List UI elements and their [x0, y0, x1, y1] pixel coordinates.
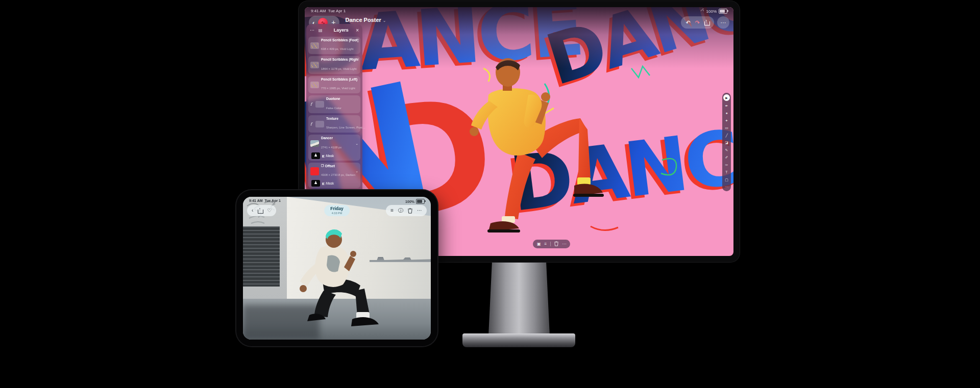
layer-card[interactable]: f Texture Sharpen, Line Screen, Post… ♟: [308, 115, 360, 133]
more-icon[interactable]: ⋯: [724, 184, 729, 190]
ipad-actions-pill: ≡ ⓘ ⋯: [386, 205, 427, 216]
photo-dancer: [274, 214, 401, 337]
panel-more-button[interactable]: ⋯: [310, 28, 314, 33]
ipad-toolbar: ‹ ♡ Friday 4:33 PM ≡ ⓘ ⋯: [247, 205, 427, 216]
undo-button[interactable]: ↶: [686, 20, 691, 25]
tool-rail: ▶✒●✦▭╱◪✎✐✑T▢⋯: [722, 93, 731, 191]
eyedropper-icon[interactable]: ✒: [724, 103, 729, 109]
layer-detail: Sharpen, Line Screen, Post…: [326, 126, 365, 129]
layer-card[interactable]: f Pencil Scribbles (Left) 770 × 1995 px,…: [308, 76, 360, 93]
layer-name: Duotone: [326, 97, 358, 101]
ipad-screen: 9:41 AM Tue Apr 1 100% ‹ ♡ Friday 4:33 P…: [243, 197, 431, 340]
layers-icon: ▤: [318, 28, 323, 33]
info-button[interactable]: ⓘ: [398, 208, 403, 213]
ipad: 9:41 AM Tue Apr 1 100% ‹ ♡ Friday 4:33 P…: [236, 190, 437, 346]
display-toolbar: ‹ ∿ + Dance Poster⌄ Edited ↶ ↷ ⋯: [309, 15, 729, 30]
ipad-share-button[interactable]: [258, 208, 262, 214]
ipad-more-button[interactable]: ⋯: [417, 208, 422, 213]
layer-detail: 638 × 409 px, Vivid Light: [321, 47, 354, 50]
toolbar-actions: ↶ ↷ ⋯: [681, 16, 729, 29]
mask-label: Mask: [326, 182, 334, 185]
layer-card[interactable]: f Pencil Scribbles (Right) 1864 × 1178 p…: [308, 56, 360, 73]
layer-thumbnail: [310, 62, 319, 68]
ipad-battery-percent: 100%: [405, 200, 414, 203]
smudge-icon[interactable]: ●: [724, 110, 729, 116]
layer-name: Texture: [326, 117, 358, 121]
play-tool-icon[interactable]: ▶: [723, 94, 730, 101]
layer-card[interactable]: f Dancer 2741 × 4108 px ⌄ ♟ ◧ Mask: [308, 135, 360, 160]
layer-card[interactable]: f Pencil Scribbles (Foot) 638 × 409 px, …: [308, 37, 360, 54]
divider: [550, 242, 551, 246]
canvas-bottom-toolbar: ▣≡⋯: [533, 240, 570, 248]
eraser-icon[interactable]: ◪: [724, 140, 729, 145]
layers-panel-title: Layers: [327, 28, 356, 33]
ipad-status-date: Tue Apr 1: [264, 199, 281, 202]
layer-detail: 4308 × 2730.8 px, Darken: [321, 173, 355, 176]
layer-detail: 2741 × 4108 px: [321, 146, 341, 149]
ipad-back-button[interactable]: ‹: [252, 208, 253, 213]
history-pill: ↶ ↷: [681, 16, 714, 29]
wifi-icon: ◠̈: [701, 9, 704, 13]
layer-card[interactable]: f Duotone False Color ♟: [308, 95, 360, 113]
adjust-button[interactable]: ≡: [390, 208, 394, 213]
ipad-status-bar: 9:41 AM Tue Apr 1 100%: [249, 199, 425, 204]
text-tool-icon[interactable]: T: [724, 169, 729, 175]
ipad-battery-icon: [416, 199, 425, 204]
document-title[interactable]: Dance Poster: [346, 17, 381, 23]
layer-chevron-icon[interactable]: ⌄: [355, 169, 358, 173]
layer-name: Pencil Scribbles (Left): [321, 77, 358, 82]
layer-thumbnail: [310, 82, 319, 88]
layer-thumbnail: [315, 121, 324, 127]
favorite-button[interactable]: ♡: [267, 208, 272, 213]
display-stand-base: [462, 333, 575, 347]
pencil-icon[interactable]: ✎: [724, 147, 729, 153]
layer-detail: False Color: [326, 107, 341, 110]
layer-thumbnail: [310, 167, 319, 175]
mask-icon: ◧: [322, 182, 325, 185]
crop-icon[interactable]: ▢: [724, 177, 729, 183]
brush-icon[interactable]: ✐: [724, 154, 729, 160]
layer-name: Pencil Scribbles (Foot): [321, 38, 358, 42]
more-button[interactable]: ⋯: [717, 16, 729, 29]
layer-name: Pencil Scribbles (Right): [321, 58, 358, 62]
title-chevron-icon[interactable]: ⌄: [383, 18, 386, 23]
status-date: Tue Apr 1: [328, 9, 346, 13]
layer-chevron-icon[interactable]: ⌄: [355, 142, 358, 146]
redo-button[interactable]: ↷: [695, 20, 700, 25]
share-button[interactable]: [704, 20, 709, 25]
battery-percent: 100%: [706, 9, 717, 14]
poster-word-dance-3: DANCEDANCE: [506, 114, 733, 223]
ipad-status-time: 9:41 AM: [249, 199, 263, 202]
more-icon[interactable]: ⋯: [562, 242, 566, 246]
mask-label: Mask: [326, 154, 334, 158]
close-icon[interactable]: ×: [356, 28, 359, 33]
layer-name: Dancer: [321, 136, 353, 140]
layer-detail: 1864 × 1178 px, Vivid Light: [321, 67, 357, 70]
photo-day-label: Friday: [330, 206, 344, 211]
layer-mask-row[interactable]: ♟ ◧ Mask: [310, 180, 358, 187]
photo-time-label: 4:33 PM: [332, 212, 342, 215]
more-icon: ⋯: [721, 20, 726, 25]
display-status-bar: 9:41 AM Tue Apr 1 ◠̈ 100%: [311, 9, 727, 14]
layer-thumbnail: [310, 140, 319, 147]
marquee-icon[interactable]: ▭: [724, 125, 729, 131]
photo-date-pill[interactable]: Friday 4:33 PM: [324, 205, 350, 216]
wand-icon[interactable]: ✦: [724, 118, 729, 123]
line-icon[interactable]: ╱: [724, 133, 729, 138]
mask-icon: ◧: [322, 154, 325, 158]
stage: DD NN DANCEDANCE DANCEDANCE DANCEDANCE: [0, 0, 980, 388]
layers-panel-header: ⋯ ▤ Layers ×: [306, 24, 362, 35]
grid-icon[interactable]: ▣: [537, 242, 541, 246]
layer-mask-row[interactable]: ♟ ◧ Mask: [310, 152, 358, 159]
ipad-trash-button[interactable]: [408, 208, 412, 214]
display-stand-neck: [488, 259, 550, 335]
layer-name: ❒Offset: [321, 164, 353, 168]
mask-thumbnail: ♟: [311, 180, 320, 187]
status-time-date: 9:41 AM Tue Apr 1: [311, 9, 346, 14]
pen-icon[interactable]: ✑: [724, 162, 729, 168]
layer-card[interactable]: f ❒Offset 4308 × 2730.8 px, Darken ⌄ ♟ ◧…: [308, 163, 360, 188]
sliders-icon[interactable]: ≡: [545, 242, 547, 246]
mask-thumbnail: ♟: [311, 152, 320, 159]
layer-detail: 770 × 1995 px, Vivid Light: [321, 87, 355, 90]
trash-icon[interactable]: [554, 241, 558, 247]
